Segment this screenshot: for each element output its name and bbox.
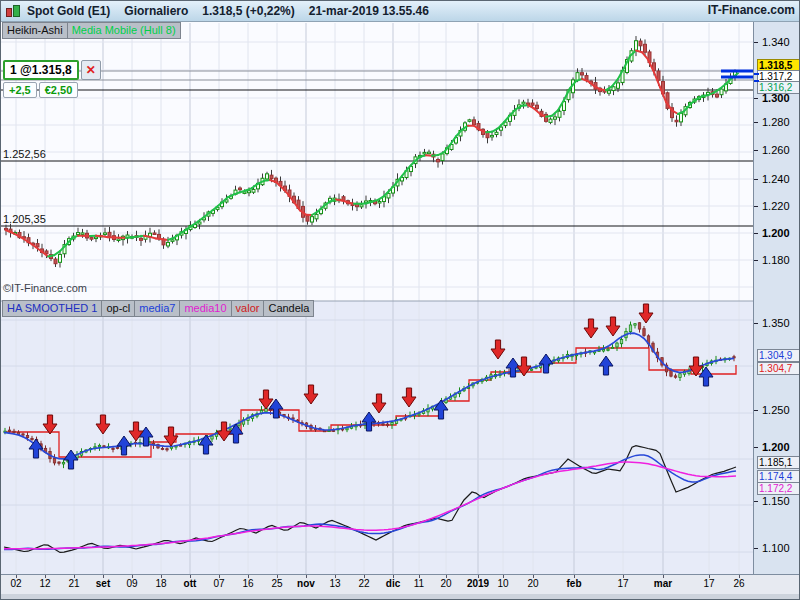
axis-date-label: 26 <box>733 578 744 589</box>
axis-price-label: 1.340 <box>762 36 790 48</box>
axis-value-box-green: 1.316,2 <box>757 81 800 94</box>
axis-tick <box>446 575 447 578</box>
open-position-badge: 1 @1.315,8 ✕ +2,5 €2,50 <box>3 60 101 98</box>
axis-date-label: 25 <box>271 578 282 589</box>
axis-tick <box>306 575 307 578</box>
axis-date-label: dic <box>386 578 400 589</box>
axis-tick <box>161 575 162 578</box>
indicator-tabs: Heikin-Ashi Media Mobile (Hull 8) <box>2 22 181 39</box>
axis-date-label: 13 <box>329 578 340 589</box>
axis-tick <box>277 575 278 578</box>
axis-price-label: 1.280 <box>762 116 790 128</box>
instrument-name: Spot Gold (E1) <box>27 4 110 18</box>
price-chart-canvas[interactable] <box>1 23 753 574</box>
axis-price-label: 1.200 <box>762 441 790 453</box>
close-position-button[interactable]: ✕ <box>81 60 101 80</box>
lower-tab-valor[interactable]: valor <box>232 300 265 317</box>
axis-date-label: 20 <box>527 578 538 589</box>
axis-date-label: ott <box>184 578 197 589</box>
axis-tick <box>709 575 710 578</box>
axis-tick <box>754 42 758 43</box>
last-update-datetime: 21-mar-2019 13.55.46 <box>309 4 429 18</box>
bottom-scroll-strip[interactable] <box>1 593 799 600</box>
lower-tab-candela[interactable]: Candela <box>264 300 314 317</box>
axis-tick <box>754 447 758 448</box>
axis-date-label: 21 <box>68 578 79 589</box>
axis-price-label: 1.100 <box>762 542 790 554</box>
lower-tab-media7[interactable]: media7 <box>135 300 180 317</box>
axis-tick <box>45 575 46 578</box>
axis-tick <box>248 575 249 578</box>
axis-tick <box>754 260 758 261</box>
watermark: ©IT-Finance.com <box>3 282 87 294</box>
axis-date-label: nov <box>297 578 315 589</box>
tab-heikin-ashi[interactable]: Heikin-Ashi <box>2 22 68 39</box>
axis-tick <box>574 575 575 578</box>
axis-tick <box>393 575 394 578</box>
position-pnl-points: +2,5 <box>3 82 37 98</box>
axis-tick <box>190 575 191 578</box>
axis-tick <box>754 233 758 234</box>
axis-price-label: 1.240 <box>762 173 790 185</box>
axis-value-box-red: 1.304,7 <box>757 362 800 375</box>
axis-date-label: set <box>96 578 110 589</box>
axis-tick <box>754 179 758 180</box>
chart-window: Spot Gold (E1) Giornaliero 1.318,5 (+0,2… <box>0 0 800 600</box>
candlestick-icon <box>5 4 21 18</box>
axis-tick <box>754 206 758 207</box>
axis-date-label: mar <box>654 578 672 589</box>
brand-label: IT-Finance.com <box>708 3 795 17</box>
upper-panel[interactable] <box>1 23 753 301</box>
axis-price-label: 1.260 <box>762 144 790 156</box>
title-bar: Spot Gold (E1) Giornaliero 1.318,5 (+0,2… <box>1 1 799 22</box>
axis-date-label: 09 <box>126 578 137 589</box>
axis-price-label: 1.220 <box>762 200 790 212</box>
axis-tick <box>754 501 758 502</box>
support-level-label-2: 1.205,35 <box>3 213 46 225</box>
tab-media-mobile-hull[interactable]: Media Mobile (Hull 8) <box>68 22 181 39</box>
axis-value-box-blue: 1.304,9 <box>757 349 800 362</box>
axis-date-label: 2019 <box>467 578 489 589</box>
axis-tick <box>16 575 17 578</box>
axis-tick <box>754 548 758 549</box>
axis-tick <box>503 575 504 578</box>
axis-tick <box>103 575 104 578</box>
axis-tick <box>754 150 758 151</box>
axis-tick <box>754 122 758 123</box>
axis-price-label: 1.150 <box>762 495 790 507</box>
axis-value-box-magenta: 1.172,2 <box>757 482 800 495</box>
axis-price-label: 1.200 <box>762 227 790 239</box>
axis-tick <box>754 410 758 411</box>
axis-tick <box>533 575 534 578</box>
axis-tick <box>74 575 75 578</box>
timeframe-label: Giornaliero <box>124 4 188 18</box>
last-price-change: 1.318,5 (+0,22%) <box>202 4 294 18</box>
axis-price-label: 1.250 <box>762 404 790 416</box>
axis-tick <box>754 323 758 324</box>
axis-date-label: 11 <box>414 578 424 589</box>
axis-tick <box>132 575 133 578</box>
support-level-label-1: 1.252,56 <box>3 148 46 160</box>
axis-date-label: 17 <box>703 578 714 589</box>
axis-date-label: 18 <box>155 578 166 589</box>
price-axis[interactable]: 1.3401.3001.2801.2601.2401.2201.2001.180… <box>753 22 800 593</box>
axis-tick <box>478 575 479 578</box>
axis-date-label: 12 <box>39 578 50 589</box>
position-price-marker <box>754 73 759 82</box>
date-axis[interactable]: 021221set0918ott071625nov1322dic11202019… <box>1 574 799 594</box>
axis-date-label: 22 <box>358 578 369 589</box>
axis-tick <box>419 575 420 578</box>
lower-tab-media10[interactable]: media10 <box>180 300 231 317</box>
axis-date-label: 20 <box>440 578 451 589</box>
axis-tick <box>663 575 664 578</box>
lower-tab-ha-smoothed-1[interactable]: HA SMOOTHED 1 <box>2 300 102 317</box>
axis-date-label: 07 <box>213 578 224 589</box>
axis-tick <box>739 575 740 578</box>
lower-tab-op-cl[interactable]: op-cl <box>102 300 135 317</box>
axis-tick <box>364 575 365 578</box>
axis-date-label: 17 <box>617 578 628 589</box>
axis-tick <box>623 575 624 578</box>
lower-indicator-tabs: HA SMOOTHED 1op-clmedia7media10valorCand… <box>2 300 314 317</box>
axis-date-label: 16 <box>242 578 253 589</box>
position-pnl-cash: €2,50 <box>39 82 79 98</box>
